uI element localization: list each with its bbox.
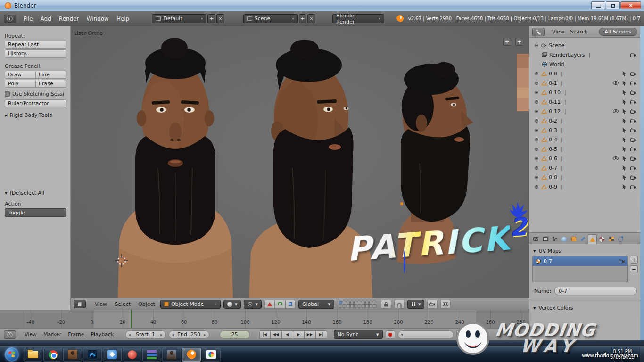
editor-type-info-button[interactable] — [4, 15, 16, 23]
decrement-arrow-icon[interactable]: ◂ — [172, 332, 174, 337]
mode-selector[interactable]: Object Mode ▾ — [160, 300, 221, 309]
grease-line-button[interactable]: Line — [36, 71, 66, 79]
expand-icon[interactable]: ⊕ — [533, 156, 539, 162]
collapse-icon[interactable]: ⊖ — [533, 42, 539, 49]
checkbox-icon[interactable] — [5, 91, 10, 97]
expand-icon[interactable]: ⊕ — [533, 127, 539, 133]
snap-toggle-button[interactable] — [394, 300, 405, 309]
render-visibility-icon[interactable] — [630, 118, 636, 123]
snap-element-selector[interactable]: ▾ — [407, 300, 425, 309]
outliner-object-row[interactable]: ⊕ 0-0 | — [533, 69, 637, 78]
taskbar-red-app-button[interactable] — [123, 348, 141, 362]
render-visibility-icon[interactable] — [630, 156, 636, 161]
transform-orientation-selector[interactable]: Global ▾ — [298, 300, 334, 309]
expand-icon[interactable]: ⊕ — [533, 99, 539, 105]
outliner-scene-row[interactable]: ⊖ Scene — [533, 41, 637, 50]
object-name[interactable]: 0-0 — [549, 71, 557, 77]
menu-object[interactable]: Object — [136, 301, 157, 307]
keying-set-field[interactable]: ▾ — [398, 330, 454, 339]
selectability-icon[interactable] — [621, 137, 627, 142]
timeline-menu-view[interactable]: View — [23, 331, 39, 337]
outliner-object-row[interactable]: ⊕ 0-2 | — [533, 116, 637, 125]
tab-world[interactable] — [560, 234, 569, 244]
selectability-icon[interactable] — [621, 99, 627, 105]
3d-viewport[interactable]: User Ortho + + PATRICK2 — [71, 26, 529, 298]
insert-keyframe-button[interactable]: ◆ — [456, 330, 464, 338]
render-camera-icon[interactable] — [619, 259, 625, 264]
jump-to-end-button[interactable]: ▶| — [316, 330, 327, 339]
menu-select[interactable]: Select — [112, 301, 133, 307]
layers-widget[interactable] — [339, 301, 376, 308]
selectability-icon[interactable] — [621, 118, 627, 123]
outliner-object-row[interactable]: ⊕ 0-7 | — [533, 163, 637, 173]
current-frame-marker[interactable] — [131, 310, 132, 328]
lock-to-scene-button[interactable] — [381, 300, 391, 309]
object-name[interactable]: 0-4 — [549, 137, 557, 143]
increment-arrow-icon[interactable]: ▸ — [204, 332, 206, 337]
expand-icon[interactable]: ⊕ — [533, 118, 539, 124]
render-visibility-icon[interactable] — [630, 90, 636, 95]
sync-mode-dropdown[interactable]: No Sync ▾ — [334, 330, 383, 339]
grease-draw-button[interactable]: Draw — [5, 71, 36, 79]
outliner-object-row[interactable]: ⊕ 0-1 | — [533, 78, 637, 88]
render-visibility-icon[interactable] — [630, 184, 636, 189]
selectability-icon[interactable] — [621, 81, 627, 86]
tab-material[interactable] — [597, 234, 606, 244]
previous-keyframe-button[interactable]: ◀◀ — [271, 330, 282, 339]
outliner-object-row[interactable]: ⊕ 0-8 | — [533, 173, 637, 182]
render-visibility-icon[interactable] — [630, 109, 636, 114]
outliner-renderlayers-row[interactable]: RenderLayers | — [533, 50, 637, 59]
add-layout-button[interactable]: + — [207, 14, 215, 23]
next-keyframe-button[interactable]: ▶▶ — [305, 330, 316, 339]
object-name[interactable]: 0-10 — [549, 90, 561, 96]
outliner-world-row[interactable]: World — [533, 59, 637, 69]
selectability-icon[interactable] — [621, 156, 627, 161]
tab-physics[interactable] — [616, 234, 625, 244]
tab-scene[interactable] — [550, 234, 559, 244]
end-frame-field[interactable]: ◂ End: 250 ▸ — [169, 330, 209, 339]
scale-manipulator-button[interactable] — [285, 300, 296, 309]
expand-properties-button[interactable]: + — [515, 38, 523, 46]
object-name[interactable]: 0-5 — [549, 146, 557, 152]
visibility-eye-icon[interactable] — [613, 81, 619, 85]
outliner-object-row[interactable]: ⊕ 0-10 | — [533, 88, 637, 97]
delete-layout-button[interactable]: × — [216, 14, 224, 23]
object-name[interactable]: 0-3 — [549, 127, 557, 133]
timeline-canvas[interactable]: -40-200204060801001201401601802002202402… — [0, 310, 529, 328]
object-name[interactable]: 0-1 — [549, 80, 557, 86]
taskbar-chrome-button[interactable] — [43, 348, 62, 362]
render-visibility-icon[interactable] — [630, 52, 636, 58]
outliner-object-row[interactable]: ⊕ 0-9 | — [533, 182, 637, 191]
ruler-protractor-button[interactable]: Ruler/Protractor — [5, 99, 66, 107]
taskbar-blue-app-button[interactable] — [103, 348, 122, 362]
minimize-button[interactable] — [591, 1, 605, 9]
menu-help[interactable]: Help — [113, 15, 133, 23]
action-toggle-dropdown[interactable]: Toggle — [5, 208, 66, 217]
timeline-menu-marker[interactable]: Marker — [41, 331, 63, 337]
start-button[interactable] — [5, 347, 19, 362]
taskbar-winrar-button[interactable] — [142, 348, 161, 362]
outliner-object-row[interactable]: ⊕ 0-3 | — [533, 125, 637, 135]
viewport-shading-selector[interactable]: ▾ — [223, 300, 241, 309]
render-visibility-icon[interactable] — [630, 71, 636, 76]
scene-selector[interactable]: Scene ▾ — [243, 14, 298, 23]
start-frame-field[interactable]: ◂ Start: 1 ▸ — [125, 330, 166, 339]
render-visibility-icon[interactable] — [630, 128, 636, 133]
expand-icon[interactable]: ⊕ — [533, 71, 539, 77]
tab-object-data[interactable] — [588, 234, 597, 244]
world-name[interactable]: World — [549, 61, 564, 67]
render-visibility-icon[interactable] — [630, 147, 636, 152]
deselect-all-panel-header[interactable]: ▾ (De)select All — [5, 190, 66, 196]
tab-modifiers[interactable] — [578, 234, 587, 244]
selectability-icon[interactable] — [621, 128, 627, 133]
expand-icon[interactable]: ⊕ — [533, 108, 539, 115]
expand-icon[interactable]: ⊕ — [533, 146, 539, 152]
menu-render[interactable]: Render — [55, 15, 83, 23]
translate-manipulator-button[interactable] — [264, 300, 275, 309]
play-reverse-button[interactable]: ◀ — [282, 330, 293, 339]
render-visibility-icon[interactable] — [630, 165, 636, 171]
expand-icon[interactable]: ⊕ — [533, 165, 539, 171]
show-desktop-button[interactable] — [640, 347, 644, 362]
delete-scene-button[interactable]: × — [307, 14, 315, 23]
outliner-menu-view[interactable]: View — [550, 29, 566, 35]
